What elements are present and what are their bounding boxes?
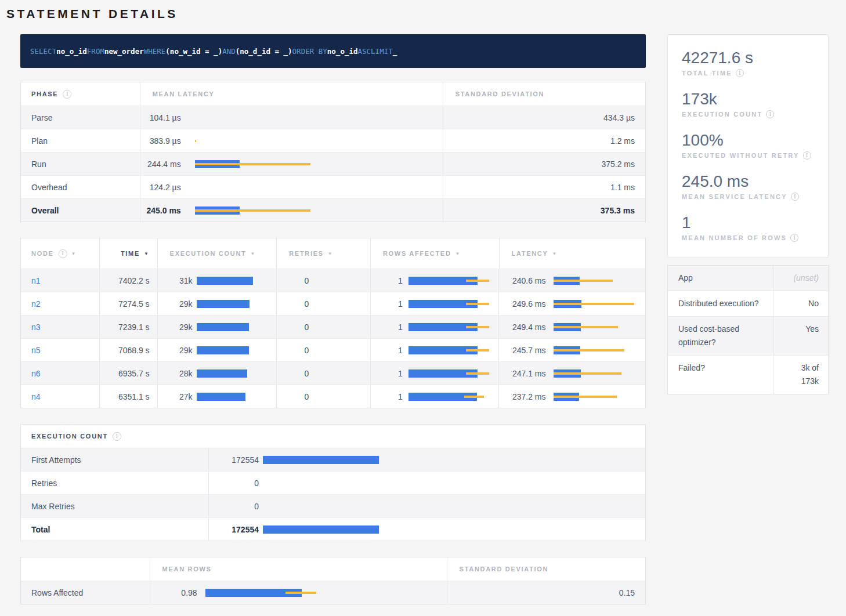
- rows-affected-header: Mean RowsStandard Deviation: [21, 557, 645, 581]
- phase-row: Overhead124.2 µs1.1 ms: [21, 175, 645, 198]
- summary-stat: 1Mean Number of Rowsi: [682, 213, 816, 242]
- bar-track: [408, 323, 496, 331]
- execution-row-label: First Attempts: [21, 448, 208, 471]
- execution-row: Total172554: [21, 517, 645, 541]
- stddev-line: [554, 326, 618, 328]
- column-header-label: Retries: [289, 250, 324, 257]
- retries-cell: 0: [276, 269, 370, 292]
- column-header-execution-count[interactable]: Execution Count▼: [157, 238, 277, 269]
- mean-bar: [197, 393, 245, 401]
- retries-cell: 0: [276, 316, 370, 338]
- stddev-line: [554, 280, 613, 282]
- node-row: n17402.2 s31k01240.6 ms: [21, 269, 645, 292]
- latency-value: 249.6 ms: [499, 299, 545, 309]
- stddev-line: [466, 326, 489, 328]
- latency-value: 249.4 ms: [499, 323, 545, 332]
- latency-value: 245.7 ms: [499, 346, 545, 355]
- app-detail-label: App: [668, 266, 773, 291]
- column-header-node[interactable]: Nodei▼: [21, 238, 99, 269]
- column-header-label: Standard Deviation: [460, 566, 549, 572]
- execution-count-cell: 29k: [157, 316, 277, 338]
- node-link[interactable]: n2: [31, 299, 41, 309]
- column-header-label: Time: [121, 250, 140, 257]
- info-icon[interactable]: i: [736, 69, 744, 77]
- column-header-blank: [21, 557, 150, 581]
- column-header-phase: Phasei: [21, 82, 140, 106]
- main-column: SELECT no_o_id FROM new_order WHERE (no_…: [20, 34, 646, 604]
- sql-token: SELECT: [30, 47, 56, 56]
- node-row: n57068.9 s29k01245.7 ms: [21, 338, 645, 361]
- page-layout: SELECT no_o_id FROM new_order WHERE (no_…: [0, 34, 846, 604]
- stat-value: 100%: [682, 131, 816, 150]
- sql-token: new_order: [104, 47, 144, 56]
- latency-value: 247.1 ms: [499, 369, 545, 378]
- stat-label: Execution Counti: [682, 110, 816, 118]
- execution-value: 172554: [209, 525, 259, 534]
- execution-table-header: Execution Counti: [21, 425, 645, 448]
- latency-cell: 240.6 ms: [498, 269, 645, 292]
- column-header-latency[interactable]: Latency▼: [499, 238, 646, 269]
- column-header-label: Standard Deviation: [455, 90, 545, 97]
- app-detail-row: App(unset): [668, 266, 828, 291]
- app-detail-row: Used cost-based optimizer?Yes: [668, 316, 828, 355]
- column-header-standard-deviation: Standard Deviation: [447, 557, 645, 581]
- info-icon[interactable]: i: [766, 110, 774, 118]
- rows-affected-cell: 1: [370, 362, 499, 385]
- sql-token: _: [393, 47, 397, 56]
- node-link[interactable]: n3: [31, 323, 41, 332]
- bar-track: [197, 369, 272, 378]
- stat-label: Mean Service Latencyi: [682, 193, 816, 201]
- sql-token: ASC: [358, 47, 371, 56]
- mean-rows-value: 0.98: [150, 588, 197, 597]
- mean-latency-cell: 244.4 ms: [140, 153, 443, 175]
- phase-row: Parse104.1 µs434.3 µs: [21, 106, 645, 129]
- info-icon[interactable]: i: [791, 193, 799, 201]
- execution-count-cell: 29k: [157, 339, 277, 361]
- time-value: 6351.1 s: [99, 385, 157, 408]
- mean-latency-cell: 383.9 µs: [140, 129, 443, 152]
- stddev-line: [554, 349, 624, 352]
- node-cell: n1: [21, 269, 99, 292]
- phase-table-header: PhaseiMean LatencyStandard Deviation: [21, 82, 645, 106]
- bar-track: [197, 277, 272, 285]
- execution-row-label: Max Retries: [21, 495, 208, 517]
- bar-track: [195, 137, 437, 145]
- column-header-retries[interactable]: Retries▼: [276, 238, 370, 269]
- mean-latency-value: 383.9 µs: [140, 136, 181, 146]
- app-detail-value-cell: (unset): [773, 266, 828, 291]
- app-detail-label: Used cost-based optimizer?: [668, 317, 773, 355]
- node-link[interactable]: n1: [31, 276, 41, 285]
- info-icon[interactable]: i: [59, 249, 67, 258]
- rows-affected-table: Mean RowsStandard DeviationRows Affected…: [20, 557, 646, 604]
- app-detail-label: Distributed execution?: [668, 291, 773, 316]
- rows-affected-value: 1: [371, 346, 403, 355]
- bar-track: [197, 346, 272, 354]
- info-icon[interactable]: i: [790, 234, 798, 242]
- execution-count-value: 29k: [158, 299, 193, 309]
- app-detail-label: Failed?: [668, 356, 773, 394]
- app-detail-value: 3k of 173k: [783, 361, 819, 388]
- node-link[interactable]: n5: [31, 346, 41, 355]
- mean-latency-value: 104.1 µs: [140, 113, 181, 122]
- info-icon[interactable]: i: [113, 432, 121, 441]
- info-icon[interactable]: i: [63, 90, 71, 99]
- column-header-rows-affected[interactable]: Rows Affected▼: [370, 238, 499, 269]
- info-icon[interactable]: i: [803, 151, 811, 160]
- node-link[interactable]: n6: [31, 369, 41, 378]
- rows-affected-value: 1: [371, 392, 403, 401]
- stddev-value: 1.1 ms: [443, 176, 645, 198]
- node-row: n66935.7 s28k01247.1 ms: [21, 361, 645, 385]
- column-header-mean-rows: Mean Rows: [150, 557, 447, 581]
- stat-value: 245.0 ms: [682, 172, 816, 191]
- app-detail-value: Yes: [805, 323, 819, 349]
- stat-value: 173k: [682, 89, 816, 108]
- bar-track: [197, 300, 272, 308]
- execution-row: First Attempts172554: [21, 448, 645, 471]
- summary-stat: 245.0 msMean Service Latencyi: [682, 172, 816, 201]
- bar-track: [554, 393, 642, 401]
- column-header-time[interactable]: Time▼: [99, 238, 157, 269]
- bar-track: [408, 300, 496, 308]
- node-link[interactable]: n4: [31, 392, 41, 401]
- sql-token: no_o_id: [56, 47, 87, 56]
- execution-count-title: Execution Counti: [21, 425, 645, 448]
